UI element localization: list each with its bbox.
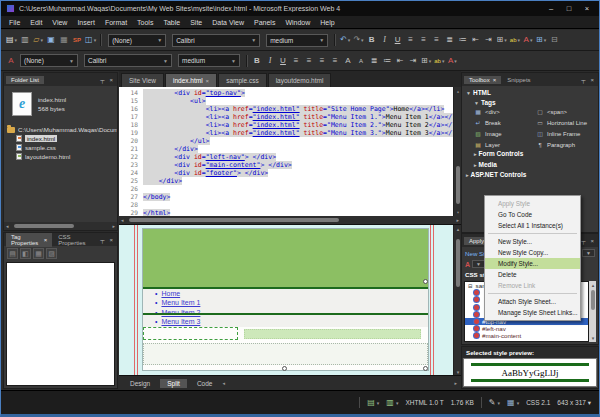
clear-formatting-icon[interactable]: A: [465, 261, 470, 268]
browser-preview-icon[interactable]: ◫▾: [84, 34, 97, 47]
resize-handle-bottom[interactable]: [282, 366, 287, 371]
design-main-content-box[interactable]: [244, 329, 421, 339]
set-properties-icon[interactable]: ▦: [33, 248, 44, 259]
borders-icon[interactable]: ⊞▾: [420, 54, 432, 67]
scroll-right-icon[interactable]: ▸: [456, 216, 459, 224]
close-icon[interactable]: ×: [107, 77, 115, 83]
tab-design-view[interactable]: Design: [123, 379, 157, 388]
tab-split-view[interactable]: Split: [160, 379, 187, 388]
tab-toolbox[interactable]: Toolbox×: [464, 76, 501, 84]
tab-code-view[interactable]: Code: [190, 379, 220, 388]
decrease-indent-icon[interactable]: ⇤: [470, 34, 482, 47]
close-icon[interactable]: ×: [588, 77, 596, 83]
insert-table-icon[interactable]: ⊞▾: [535, 34, 547, 47]
code-text[interactable]: <li><a href="index.html" title="Menu Ite…: [143, 129, 461, 137]
align-left-icon[interactable]: ≡: [290, 54, 302, 67]
resize-handle-corner[interactable]: [423, 366, 428, 371]
bullet-list-icon[interactable]: ≔: [457, 34, 469, 47]
pin-icon[interactable]: ┬: [98, 237, 106, 243]
menu-panels[interactable]: Panels: [249, 19, 280, 26]
scroll-down-icon[interactable]: ▾: [454, 208, 461, 216]
numbered-list-icon[interactable]: ≣: [368, 54, 380, 67]
menu-insert[interactable]: Insert: [72, 19, 100, 26]
menu-format[interactable]: Format: [100, 19, 132, 26]
toolbox-item-horizontal-line[interactable]: ▭Horizontal Line: [536, 117, 596, 128]
style-item-left-nav[interactable]: #left-nav: [465, 325, 588, 332]
style-item-main-content[interactable]: #main-content: [465, 332, 588, 339]
code-text[interactable]: <ul>: [143, 97, 206, 105]
toolbox-item-layer[interactable]: ▤Layer: [474, 139, 536, 150]
design-view[interactable]: •Home•Menu Item 1•Menu Item 2•Menu Item …: [119, 224, 461, 375]
code-text[interactable]: </ul>: [143, 137, 210, 145]
doctype-indicator[interactable]: XHTML 1.0 T: [405, 399, 443, 406]
menu-edit[interactable]: Edit: [25, 19, 47, 26]
scroll-right-icon[interactable]: ▸: [454, 380, 457, 386]
menu-window[interactable]: Window: [280, 19, 315, 26]
undo-icon[interactable]: ↶▾: [339, 34, 351, 47]
context-item-delete[interactable]: Delete: [485, 269, 580, 280]
italic-icon[interactable]: I: [379, 34, 391, 47]
menu-help[interactable]: Help: [315, 19, 339, 26]
tab-sample-css[interactable]: sample.css: [218, 73, 267, 87]
scroll-down-icon[interactable]: ▾: [454, 368, 461, 375]
code-vscrollbar[interactable]: ▴ ▾: [453, 87, 461, 216]
code-text[interactable]: <div id="left-nav"> </div>: [143, 153, 276, 161]
code-text[interactable]: <li><a href="index.html" title="Site Hom…: [143, 105, 444, 113]
folder-list-tab[interactable]: Folder List: [6, 76, 44, 84]
close-icon[interactable]: ×: [107, 237, 115, 243]
file-index-html[interactable]: index.html: [4, 134, 117, 143]
tab-index-html[interactable]: index.html×: [165, 73, 217, 87]
menu-view[interactable]: View: [47, 19, 72, 26]
increase-indent-icon[interactable]: ⇥: [407, 54, 419, 67]
toolbox-item-div[interactable]: ▦<div>: [474, 106, 536, 117]
increase-indent-icon[interactable]: ⇥: [483, 34, 495, 47]
numbered-list-icon[interactable]: ≣: [444, 34, 456, 47]
save-icon[interactable]: ▣: [45, 34, 57, 47]
visual-aids-pencil-icon[interactable]: ✎▾: [489, 398, 500, 407]
code-text[interactable]: </div>: [143, 145, 198, 153]
font-combo[interactable]: Calibri▼: [172, 34, 260, 47]
menu-table[interactable]: Table: [158, 19, 185, 26]
close-icon[interactable]: ×: [44, 237, 48, 243]
options-dropdown[interactable]: ▼: [582, 249, 595, 257]
code-text[interactable]: <div id="main-content"> </div>: [143, 161, 292, 169]
page-size-indicator[interactable]: 643 x 317 ▾: [557, 399, 591, 407]
code-text[interactable]: </html>: [143, 209, 170, 216]
page-preview-icon[interactable]: ▥▾: [386, 398, 398, 407]
code-hscrollbar[interactable]: ◂ ▸: [119, 216, 461, 224]
file-layoutdemo-html[interactable]: layoutdemo.html: [4, 152, 117, 161]
collapse-icon[interactable]: ⊟: [468, 283, 473, 289]
design-vscrollbar[interactable]: ▴ ▾: [453, 225, 461, 375]
tab-css-properties[interactable]: CSS Properties: [53, 233, 96, 247]
design-left-nav-box[interactable]: [143, 327, 238, 340]
open-page-icon[interactable]: ▥: [19, 34, 31, 47]
scroll-down-icon[interactable]: ▾: [589, 334, 597, 342]
scroll-up-icon[interactable]: ▴: [454, 225, 461, 233]
toolbox-item-inline-frame[interactable]: ◫Inline Frame: [536, 128, 596, 139]
highlight-icon[interactable]: ab▾: [433, 54, 445, 67]
scroll-left-icon[interactable]: ◂: [222, 380, 225, 386]
summary-icon[interactable]: ▨: [46, 248, 57, 259]
code-text[interactable]: </div>: [143, 177, 182, 185]
minimize-button[interactable]: –: [544, 4, 558, 13]
menu-file[interactable]: File: [4, 19, 25, 26]
style-application-icon[interactable]: A: [5, 54, 17, 67]
style-application-icon[interactable]: ▦▾: [507, 398, 519, 407]
align-center-icon[interactable]: ≡: [303, 54, 315, 67]
alphabetical-icon[interactable]: ◧: [20, 248, 31, 259]
scroll-up-icon[interactable]: ▴: [454, 87, 461, 95]
increase-font-icon[interactable]: A: [342, 54, 354, 67]
style-combo-2[interactable]: (None)▼: [20, 54, 78, 67]
align-left-icon[interactable]: ≡: [405, 34, 417, 47]
scroll-right-icon[interactable]: ▸: [112, 222, 115, 230]
code-text[interactable]: <li><a href="index.html" title="Menu Ite…: [143, 113, 461, 121]
context-item-attach-style-sheet[interactable]: Attach Style Sheet...: [485, 296, 580, 307]
superpreview-icon[interactable]: SP: [71, 34, 83, 47]
align-right-icon[interactable]: ≡: [316, 54, 328, 67]
font-size-combo-2[interactable]: medium▼: [178, 54, 240, 67]
highlight-icon[interactable]: ab▾: [509, 34, 521, 47]
close-icon[interactable]: ×: [206, 78, 210, 84]
design-nav-link-menu-item-1[interactable]: Menu Item 1: [161, 299, 200, 306]
tab-site-view[interactable]: Site View: [121, 73, 164, 87]
design-nav-link-menu-item-3[interactable]: Menu Item 3: [161, 318, 200, 325]
